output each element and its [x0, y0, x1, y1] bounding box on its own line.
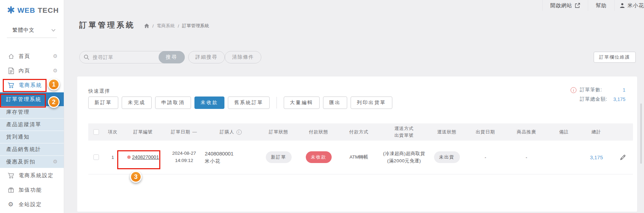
sidebar-subitem-label: 訂單管理系統: [6, 96, 41, 103]
col-header-order-status: 訂單狀態: [258, 123, 299, 141]
buyer-id: 2408080001: [205, 150, 258, 158]
print-shipping-list-button[interactable]: 列印出貨單: [351, 97, 392, 109]
col-header-promotion: 商品推廣: [505, 123, 547, 141]
order-number-cell: 2408270001: [121, 141, 165, 174]
column-maintenance-button[interactable]: 訂單欄位維護: [594, 52, 636, 63]
gear-icon[interactable]: ⚙: [53, 54, 58, 59]
breadcrumb-separator: /: [152, 23, 154, 29]
language-label: 繁體中文: [12, 27, 34, 33]
breadcrumb-separator: /: [178, 23, 179, 29]
username: 米小花: [627, 2, 644, 9]
help-link[interactable]: 幫助: [588, 0, 614, 11]
filter-legacy-orders[interactable]: 舊系統訂單: [228, 97, 270, 109]
order-summary: i 訂單筆數: 1 訂單總金額: 3,175: [571, 87, 625, 105]
sidebar-nav: 首頁 ⚙ 內頁 ⚙ 電商系統 訂單管理系統: [0, 49, 64, 212]
payment-status-badge: 未收款: [306, 151, 332, 163]
sidebar-item-inner-pages[interactable]: 內頁 ⚙: [0, 63, 64, 78]
cart-icon: [8, 172, 14, 179]
gear-icon[interactable]: ⚙: [53, 159, 58, 164]
sidebar-subitem-label: 產品追蹤清單: [6, 121, 41, 128]
col-header-payment-method: 付款方式: [338, 123, 380, 141]
quick-filters-row: 新訂單 未完成 申請取消 未收款 舊系統訂單 大量編輯 匯出 列印出貨單: [88, 97, 392, 109]
breadcrumb-ecommerce[interactable]: 電商系統: [157, 23, 175, 29]
logo: ✱ WEB TECH: [0, 0, 64, 15]
col-header-buyer: 訂購人i: [203, 123, 258, 141]
row-index: 1: [104, 141, 121, 174]
shipping-method-cell: (冷凍超商)超商取貨(滿2000元免運): [383, 150, 425, 165]
promotion-cell: -: [505, 141, 547, 174]
breadcrumb-current: 訂單管理系統: [182, 23, 209, 29]
info-icon[interactable]: i: [237, 130, 242, 135]
home-icon: [8, 53, 14, 60]
col-header-total: 總計: [581, 123, 612, 141]
filter-unpaid[interactable]: 未收款: [194, 97, 224, 109]
row-checkbox[interactable]: [93, 154, 99, 160]
gift-icon: [8, 186, 14, 193]
sidebar-subitem-label: 優惠及折扣: [6, 159, 36, 165]
quick-select-label: 快速選擇: [88, 88, 110, 94]
sort-icon[interactable]: —: [192, 129, 197, 134]
search-bar: 搜尋: [79, 51, 185, 63]
col-header-index: 項次: [104, 123, 121, 141]
page-title: 訂單管理系統: [79, 20, 135, 30]
sidebar-item-home[interactable]: 首頁 ⚙: [0, 49, 64, 63]
language-selector[interactable]: 繁體中文: [7, 26, 57, 38]
app-window: ✱ WEB TECH 繁體中文 首頁 ⚙ 內頁: [0, 0, 644, 213]
table-row: 1 2408270001 2024-08-2714:09:12 24080800…: [88, 141, 633, 174]
filter-new-orders[interactable]: 新訂單: [88, 97, 118, 109]
sidebar-item-ecommerce-settings[interactable]: 電商系統設定: [0, 168, 64, 183]
sidebar-subitem-inventory[interactable]: 庫存管理: [0, 106, 64, 119]
filter-cancel-requests[interactable]: 申請取消: [155, 97, 191, 109]
orders-panel: 快速選擇 新訂單 未完成 申請取消 未收款 舊系統訂單 大量編輯 匯出 列印出貨…: [77, 77, 637, 212]
edit-order-button[interactable]: [618, 153, 627, 162]
ship-date-cell: -: [465, 141, 505, 174]
col-header-payment-status: 付款狀態: [299, 123, 338, 141]
buyer-name: 米小花: [205, 158, 258, 165]
document-icon: [8, 67, 14, 74]
export-button[interactable]: 匯出: [323, 97, 347, 109]
gear-icon[interactable]: ⚙: [53, 68, 58, 73]
topbar: 開啟網站 幫助 米小花: [64, 0, 644, 11]
table-header-row: 項次 訂單編號 訂單日期— 訂購人i 訂單狀態 付款狀態 付款方式 運送方式出貨…: [88, 123, 633, 141]
scrollbar-thumb[interactable]: [640, 103, 642, 164]
col-header-shipping-status: 運送狀態: [428, 123, 465, 141]
clear-conditions-button[interactable]: 清除條件: [225, 51, 261, 63]
orders-table: 項次 訂單編號 訂單日期— 訂購人i 訂單狀態 付款狀態 付款方式 運送方式出貨…: [88, 123, 633, 174]
annotation-badge-step2: 2: [48, 96, 60, 108]
order-total: 3,175: [590, 154, 603, 160]
sidebar-item-site-settings[interactable]: ⚙ 全站設定: [0, 197, 64, 212]
advanced-search-button[interactable]: 詳細搜尋: [188, 51, 225, 63]
user-menu[interactable]: 米小花: [614, 0, 644, 11]
sidebar-subitem-discounts[interactable]: 優惠及折扣 ⚙: [0, 156, 64, 168]
order-count-label: 訂單筆數:: [580, 87, 602, 93]
select-all-checkbox[interactable]: [93, 129, 99, 135]
search-icon: [84, 54, 89, 60]
note-cell: [547, 141, 581, 174]
col-header-select: [88, 123, 104, 141]
home-icon[interactable]: [144, 23, 149, 28]
user-icon: [620, 3, 625, 8]
col-header-ship-date: 出貨日期: [465, 123, 505, 141]
order-status-badge: 新訂單: [266, 151, 292, 163]
annotation-badge-step1: 1: [48, 79, 60, 90]
open-site-link[interactable]: 開啟網站: [542, 0, 588, 11]
sidebar-subitem-arrival-notice[interactable]: 貨到通知: [0, 131, 64, 143]
status-dot-icon: [127, 155, 131, 159]
order-total-label: 訂單總金額:: [580, 96, 607, 102]
pencil-icon: [620, 154, 626, 161]
bulk-edit-button[interactable]: 大量編輯: [284, 97, 320, 109]
order-count-value: 1: [623, 87, 625, 93]
sidebar-item-label: 內頁: [19, 68, 30, 74]
order-number-link[interactable]: 2408270001: [132, 154, 159, 160]
sidebar-item-addon-features[interactable]: 加值功能: [0, 183, 64, 197]
sidebar-subitem-label: 產品銷售統計: [6, 146, 41, 153]
search-button[interactable]: 搜尋: [159, 51, 185, 63]
external-link-icon: [575, 3, 580, 8]
sidebar-subitem-sales-statistics[interactable]: 產品銷售統計: [0, 143, 64, 156]
sidebar-subitem-label: 貨到通知: [6, 134, 30, 140]
buyer-cell: 2408080001 米小花: [203, 141, 258, 174]
sidebar-item-label: 電商系統: [19, 82, 42, 89]
filter-incomplete[interactable]: 未完成: [122, 97, 152, 109]
sidebar-subitem-product-tracking[interactable]: 產品追蹤清單: [0, 119, 64, 131]
divider: [276, 97, 277, 109]
